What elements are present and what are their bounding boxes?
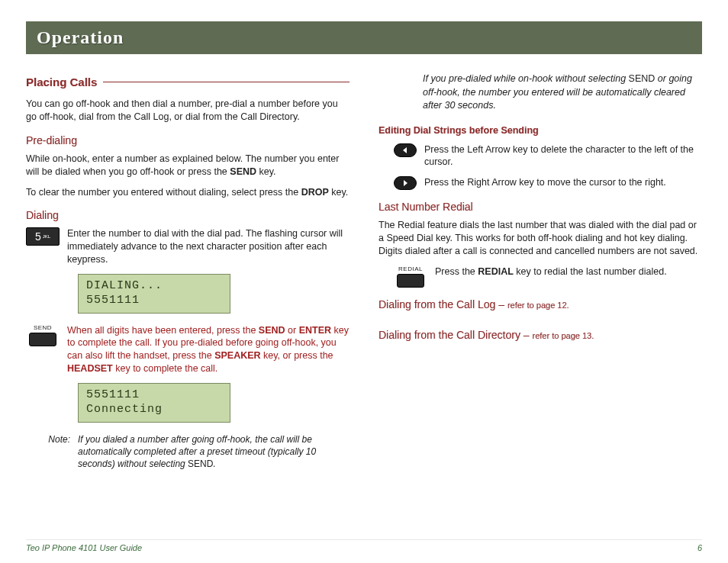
note-offhook: Note: If you dialed a number after going…: [26, 433, 350, 471]
right-arrow-text: Press the Right Arrow key to move the cu…: [424, 176, 702, 189]
page-footer: Teo IP Phone 4101 User Guide 6: [26, 539, 702, 552]
intro-paragraph: You can go off-hook and then dial a numb…: [26, 98, 350, 124]
subheading-call-directory: Dialing from the Call Directory – refer …: [378, 329, 702, 341]
two-column-layout: Placing Calls You can go off-hook and th…: [26, 72, 702, 470]
footer-page: 6: [697, 543, 702, 552]
editing-heading: Editing Dial Strings before Sending: [378, 125, 702, 136]
section-rule: [103, 82, 350, 82]
predial-p1: While on-hook, enter a number as explain…: [26, 153, 350, 179]
svg-marker-0: [403, 147, 407, 153]
left-arrow-icon: [394, 143, 417, 157]
lcd-connecting: 5551111 Connecting: [78, 383, 230, 423]
redial-text: Press the REDIAL key to redial the last …: [435, 265, 702, 278]
redial-key-shape: [397, 274, 424, 288]
chapter-banner: Operation: [26, 21, 702, 54]
redial-paragraph: The Redial feature dials the last number…: [378, 219, 702, 258]
right-column: If you pre-dialed while on-hook without …: [378, 72, 702, 470]
svg-marker-1: [404, 180, 407, 186]
predial-p2: To clear the number you entered without …: [26, 186, 350, 199]
right-arrow-icon: [394, 176, 417, 190]
section-title: Placing Calls: [26, 76, 97, 88]
step-enter-number: 5 JKL Enter the number to dial with the …: [26, 227, 350, 266]
note-text: If you dialed a number after going off-h…: [78, 433, 350, 471]
subheading-call-log: Dialing from the Call Log – refer to pag…: [378, 298, 702, 310]
section-heading: Placing Calls: [26, 76, 350, 88]
footer-guide: Teo IP Phone 4101 User Guide: [26, 543, 142, 552]
send-key-shape: [29, 333, 56, 346]
send-key-icon: SEND: [26, 324, 60, 346]
right-arrow-step: Press the Right Arrow key to move the cu…: [378, 176, 702, 190]
keypad-5-icon: 5 JKL: [26, 227, 60, 246]
redial-key-icon: REDIAL: [394, 265, 427, 288]
chapter-title: Operation: [37, 27, 691, 48]
left-column: Placing Calls You can go off-hook and th…: [26, 72, 350, 470]
subheading-redial: Last Number Redial: [378, 201, 702, 213]
subheading-predialing: Pre-dialing: [26, 134, 350, 146]
subheading-dialing: Dialing: [26, 209, 350, 221]
left-arrow-step: Press the Left Arrow key to delete the c…: [378, 143, 702, 169]
continued-note: If you pre-dialed while on-hook without …: [378, 72, 702, 113]
note-label: Note:: [26, 433, 70, 471]
lcd-dialing: DIALING... 5551111: [78, 274, 230, 314]
step-text: Enter the number to dial with the dial p…: [67, 227, 350, 266]
step-send: SEND When all digits have been entered, …: [26, 324, 350, 376]
send-instruction: When all digits have been entered, press…: [67, 324, 350, 376]
redial-step: REDIAL Press the REDIAL key to redial th…: [378, 265, 702, 288]
left-arrow-text: Press the Left Arrow key to delete the c…: [424, 143, 702, 169]
